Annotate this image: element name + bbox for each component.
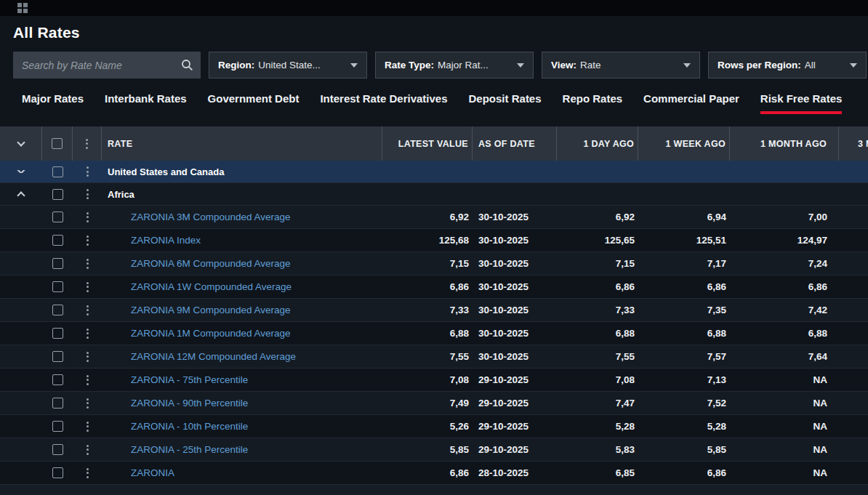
column-header-latest-value[interactable]: LATEST VALUE [382, 126, 473, 161]
rate-name-link[interactable]: ZARONIA - 90th Percentile [102, 398, 248, 409]
rate-name-link[interactable]: ZARONIA Index [102, 235, 201, 246]
group-row[interactable]: Africa [0, 183, 868, 206]
rate-name-cell: ZARONIA 9M Compounded Average [102, 305, 382, 315]
group-row[interactable]: United States and Canada [0, 161, 868, 183]
rate-row: ZARONIA - 90th Percentile7,4929-10-20257… [0, 392, 868, 415]
row-checkbox-cell [42, 328, 73, 339]
row-kebab-cell [73, 464, 102, 481]
chevron-up-icon[interactable] [17, 191, 25, 198]
rate-name-link[interactable]: ZARONIA - 10th Percentile [102, 421, 248, 432]
table-body: United States and CanadaAfricaZARONIA 3M… [0, 161, 868, 485]
tab-interbank-rates[interactable]: Interbank Rates [105, 92, 187, 114]
header-expander-cell [0, 126, 42, 161]
rate-name-cell: ZARONIA - 75th Percentile [102, 374, 382, 385]
row-kebab-cell [73, 371, 102, 388]
rate-row: ZARONIA - 10th Percentile5,2629-10-20255… [0, 415, 868, 438]
latest-value: 7,15 [382, 258, 473, 269]
rate-name-link[interactable]: ZARONIA 12M Compounded Average [102, 351, 296, 362]
kebab-menu-icon[interactable] [84, 441, 92, 458]
row-checkbox[interactable] [52, 235, 63, 246]
tab-deposit-rates[interactable]: Deposit Rates [469, 92, 542, 114]
row-checkbox[interactable] [52, 258, 63, 269]
rate-name-link[interactable]: ZARONIA 9M Compounded Average [102, 305, 291, 315]
kebab-menu-icon[interactable] [84, 186, 92, 203]
select-all-checkbox[interactable] [52, 138, 63, 149]
kebab-menu-icon[interactable] [84, 371, 92, 388]
tab-commercial-paper[interactable]: Commercial Paper [643, 92, 739, 114]
row-checkbox[interactable] [52, 212, 63, 222]
column-header-as-of-date[interactable]: AS OF DATE [473, 126, 557, 161]
tab-government-debt[interactable]: Government Debt [208, 92, 300, 114]
tab-major-rates[interactable]: Major Rates [22, 92, 84, 114]
column-header-1-day-ago[interactable]: 1 DAY AGO [557, 126, 638, 161]
group-expander-cell [0, 170, 42, 173]
partial-next-row [0, 485, 868, 495]
kebab-menu-icon[interactable] [84, 255, 92, 272]
dropdown-region[interactable]: Region:United State... [209, 52, 367, 79]
value-1-week-ago: 5,85 [638, 444, 730, 455]
chevron-down-icon[interactable] [17, 170, 25, 173]
chevron-down-icon [517, 63, 524, 68]
rate-name-link[interactable]: ZARONIA [102, 467, 174, 478]
kebab-menu-icon[interactable] [84, 395, 92, 411]
row-checkbox[interactable] [52, 444, 63, 455]
rate-name-link[interactable]: ZARONIA 3M Compounded Average [102, 212, 291, 222]
app-icon[interactable] [17, 3, 28, 13]
row-checkbox[interactable] [52, 374, 63, 385]
kebab-menu-icon[interactable] [84, 209, 92, 225]
row-checkbox[interactable] [52, 166, 63, 177]
column-header-rate[interactable]: RATE [102, 126, 382, 161]
kebab-menu-icon[interactable] [84, 302, 92, 318]
tab-interest-rate-derivatives[interactable]: Interest Rate Derivatives [320, 92, 447, 114]
rate-row: ZARONIA 1W Compounded Average6,8630-10-2… [0, 275, 868, 299]
row-kebab-cell [73, 209, 102, 225]
group-checkbox-cell [42, 166, 73, 177]
row-checkbox-cell [42, 374, 73, 385]
kebab-menu-icon[interactable] [84, 164, 92, 180]
row-checkbox[interactable] [52, 305, 63, 315]
row-checkbox[interactable] [52, 281, 63, 292]
kebab-menu-icon[interactable] [84, 418, 92, 435]
tab-repo-rates[interactable]: Repo Rates [563, 92, 623, 114]
kebab-menu-icon[interactable] [84, 325, 92, 342]
row-checkbox[interactable] [52, 467, 63, 478]
dropdown-view[interactable]: View:Rate [542, 52, 700, 79]
rates-table: RATE LATEST VALUE AS OF DATE 1 DAY AGO 1… [0, 126, 868, 495]
rate-row: ZARONIA6,8628-10-20256,856,86NA [0, 462, 868, 485]
rate-name-link[interactable]: ZARONIA 1W Compounded Average [102, 281, 292, 292]
search-icon[interactable] [181, 59, 193, 71]
rate-row: ZARONIA 12M Compounded Average7,5530-10-… [0, 345, 868, 369]
rate-name-link[interactable]: ZARONIA - 25th Percentile [102, 444, 248, 455]
group-checkbox-cell [42, 189, 73, 200]
as-of-date: 29-10-2025 [473, 398, 557, 409]
kebab-menu-icon[interactable] [84, 232, 92, 249]
search-input[interactable] [20, 59, 177, 72]
dropdown-rate-type[interactable]: Rate Type:Major Rat... [375, 52, 534, 79]
chevron-down-icon[interactable] [17, 138, 25, 146]
kebab-menu-icon[interactable] [84, 348, 92, 365]
row-checkbox[interactable] [52, 421, 63, 432]
column-header-1-month-ago[interactable]: 1 MONTH AGO [730, 126, 839, 161]
row-checkbox[interactable] [52, 189, 63, 200]
row-checkbox-cell [42, 212, 73, 222]
latest-value: 5,26 [382, 421, 473, 432]
rate-row: ZARONIA 3M Compounded Average6,9230-10-2… [0, 206, 868, 229]
rate-name-link[interactable]: ZARONIA 1M Compounded Average [102, 328, 291, 339]
rate-name-link[interactable]: ZARONIA - 75th Percentile [102, 374, 248, 385]
rate-name-link[interactable]: ZARONIA 6M Compounded Average [102, 258, 291, 269]
kebab-menu-icon[interactable] [84, 278, 92, 295]
search-box[interactable] [13, 52, 201, 79]
row-checkbox[interactable] [52, 328, 63, 339]
row-checkbox[interactable] [52, 351, 63, 362]
dropdown-rows-per-region[interactable]: Rows per Region:All [708, 52, 867, 79]
kebab-menu-icon[interactable] [83, 135, 91, 152]
column-header-clipped[interactable]: 3 MONTHS AGO [839, 126, 868, 161]
group-expander-cell [0, 190, 42, 198]
tab-risk-free-rates[interactable]: Risk Free Rates [760, 92, 843, 114]
as-of-date: 30-10-2025 [473, 212, 557, 222]
kebab-menu-icon[interactable] [84, 464, 92, 481]
column-header-1-week-ago[interactable]: 1 WEEK AGO [638, 126, 730, 161]
row-checkbox[interactable] [52, 398, 63, 409]
dropdown-label: Rate Type: [385, 60, 434, 71]
latest-value: 5,85 [382, 444, 473, 455]
